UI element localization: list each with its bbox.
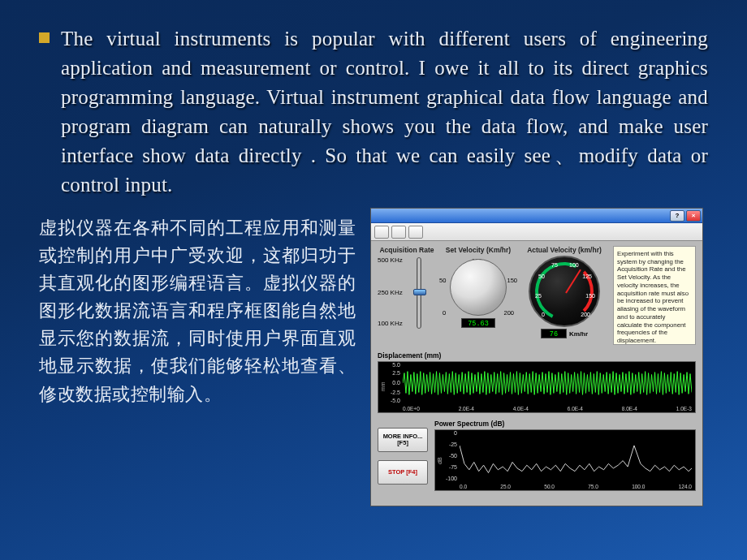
disp-yticks: 5.0 2.5 0.0 -2.5 -5.0 [381,362,402,403]
set-velocity-block: Set Velocity (Km/hr) 0 50 100 150 200 75… [441,246,516,345]
help-icon[interactable]: ? [670,210,684,222]
run-icon[interactable] [374,226,389,239]
panel-content: Acquisition Rate 500 KHz 250 KHz 100 KHz [371,241,702,506]
velocity-gauge: 0 25 50 75 100 125 150 200 [529,256,600,327]
spec-xticks: 0.0 25.0 50.0 75.0 100.0 124.0 [460,484,692,489]
vi-screenshot-panel: ? × Acquisition Rate 500 KHz 250 KHz [370,208,703,506]
actual-velocity-block: Actual Velocity (km/hr) 0 25 50 75 100 1… [520,246,608,345]
actual-velocity-readout: 76 [541,329,567,338]
close-icon[interactable]: × [686,210,701,222]
controls-row: Acquisition Rate 500 KHz 250 KHz 100 KHz [378,246,696,345]
info-text-box: Experiment with this system by changing … [613,246,696,345]
more-info-button[interactable]: MORE INFO... [F5] [378,428,428,452]
run-continuous-icon[interactable] [391,226,406,239]
bullet-block: The virtual instruments is popular with … [39,24,708,200]
set-velocity-readout: 75.63 [461,318,495,328]
displacement-waveform [403,365,692,401]
spectrum-chart-block: Power Spectrum (dB) dB 0 -25 -50 -75 -10… [434,420,696,493]
labview-toolbar [371,223,702,241]
spectrum-chart: dB 0 -25 -50 -75 -100 [434,429,696,491]
lower-row: 虚拟仪器在各种不同的工程应用和测量或控制的用户中广受欢迎，这都归功于其直观化的图… [39,208,708,506]
stop-button[interactable]: STOP [F4] [378,460,428,485]
spec-yticks: 0 -25 -50 -75 -100 [438,430,459,480]
english-paragraph: The virtual instruments is popular with … [61,24,708,200]
acq-rate-label: Acquisition Rate [378,246,436,254]
displacement-chart-block: Displacement (mm) mm 5.0 2.5 0.0 -2.5 -5… [378,351,696,413]
slider-bar [417,257,421,329]
button-column: MORE INFO... [F5] STOP [F4] [378,420,428,493]
displacement-chart: mm 5.0 2.5 0.0 -2.5 -5.0 [378,361,696,413]
spectrum-title: Power Spectrum (dB) [434,420,696,428]
chinese-paragraph: 虚拟仪器在各种不同的工程应用和测量或控制的用户中广受欢迎，这都归功于其直观化的图… [39,208,356,506]
displacement-title: Displacement (mm) [378,351,696,360]
slider-thumb[interactable] [413,289,426,295]
acquisition-rate-block: Acquisition Rate 500 KHz 250 KHz 100 KHz [378,246,436,345]
set-velocity-knob[interactable] [450,259,507,316]
window-titlebar: ? × [371,209,702,223]
spectrum-waveform [460,433,692,479]
slide: The virtual instruments is popular with … [0,0,747,506]
bottom-row: MORE INFO... [F5] STOP [F4] Power Spectr… [378,420,696,493]
disp-xticks: 0.0E+0 2.0E-4 4.0E-4 6.0E-4 8.0E-4 1.0E-… [403,406,692,411]
set-velocity-label: Set Velocity (Km/hr) [441,246,516,254]
acq-rate-slider[interactable]: 500 KHz 250 KHz 100 KHz [378,257,436,332]
abort-icon[interactable] [408,226,423,239]
bullet-icon [39,32,50,43]
velocity-unit: Km/hr [569,330,588,338]
actual-velocity-label: Actual Velocity (km/hr) [520,246,608,254]
